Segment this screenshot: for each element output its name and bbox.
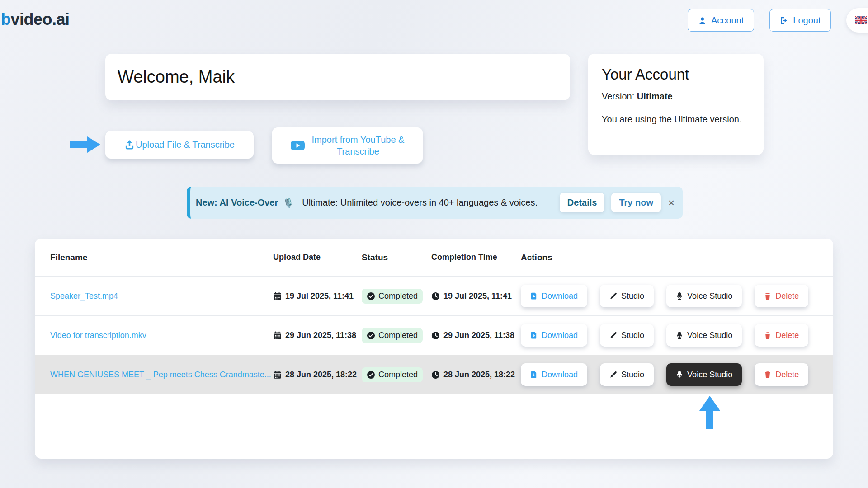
file-download-icon — [530, 371, 538, 379]
microphone-icon — [676, 292, 683, 300]
logout-button-label: Logout — [793, 15, 821, 26]
pencil-icon — [609, 332, 617, 339]
banner-close-button[interactable]: × — [668, 197, 675, 209]
status-value: Completed — [378, 331, 418, 340]
logo-accent: b — [1, 10, 11, 28]
filename-link[interactable]: WHEN GENIUSES MEET _ Pep meets Chess Gra… — [50, 370, 271, 379]
try-now-button[interactable]: Try now — [611, 193, 661, 212]
youtube-icon — [291, 140, 305, 151]
studio-button[interactable]: Studio — [600, 285, 654, 307]
upload-button-label: Upload File & Transcribe — [136, 140, 235, 150]
table-row: Speaker_Test.mp4 19 Jul 2025, 11:41 Comp… — [35, 277, 833, 316]
upload-date-value: 29 Jun 2025, 11:38 — [285, 331, 356, 340]
pencil-icon — [609, 292, 617, 300]
download-button[interactable]: Download — [521, 285, 587, 307]
upload-transcribe-button[interactable]: Upload File & Transcribe — [105, 131, 254, 159]
table-body: Speaker_Test.mp4 19 Jul 2025, 11:41 Comp… — [35, 277, 833, 394]
clock-icon — [431, 331, 440, 340]
status-badge: Completed — [362, 367, 423, 382]
trash-icon — [764, 292, 771, 300]
welcome-title: Welcome, Maik — [118, 67, 235, 87]
trash-icon — [764, 332, 771, 339]
check-circle-icon — [367, 292, 375, 300]
microphone-icon — [676, 331, 683, 339]
file-download-icon — [530, 331, 538, 339]
status-badge: Completed — [362, 289, 423, 304]
table-row: WHEN GENIUSES MEET _ Pep meets Chess Gra… — [35, 355, 833, 394]
version-label: Version: — [602, 91, 634, 101]
pencil-icon — [609, 371, 617, 379]
microphone-icon — [676, 371, 683, 379]
status-value: Completed — [378, 370, 418, 380]
account-card-title: Your Account — [602, 66, 750, 83]
file-download-icon — [530, 292, 538, 300]
microphone-emoji-icon: 🎙️ — [283, 197, 294, 208]
banner-highlight: New: AI Voice-Over — [196, 197, 278, 208]
filename-link[interactable]: Speaker_Test.mp4 — [50, 291, 118, 300]
delete-button[interactable]: Delete — [755, 324, 808, 347]
check-circle-icon — [367, 371, 375, 379]
welcome-card: Welcome, Maik — [105, 54, 570, 100]
version-value: Ultimate — [637, 91, 673, 101]
status-value: Completed — [378, 291, 418, 301]
table-row: Video for transcription.mkv 29 Jun 2025,… — [35, 316, 833, 355]
studio-button[interactable]: Studio — [600, 324, 654, 347]
delete-button[interactable]: Delete — [755, 285, 808, 307]
voice-studio-button[interactable]: Voice Studio — [666, 285, 742, 307]
account-card: Your Account Version: Ultimate You are u… — [588, 54, 764, 155]
header-status: Status — [362, 253, 431, 263]
trash-icon — [764, 371, 771, 379]
header-upload-date: Upload Date — [273, 253, 362, 262]
upload-date-value: 28 Jun 2025, 18:22 — [285, 370, 357, 380]
person-icon — [698, 16, 707, 25]
account-version: Version: Ultimate — [602, 91, 750, 102]
voice-studio-button[interactable]: Voice Studio — [666, 363, 742, 386]
youtube-import-button[interactable]: Import from YouTube & Transcribe — [272, 127, 423, 164]
completion-time-value: 29 Jun 2025, 11:38 — [443, 331, 514, 340]
completion-time-value: 28 Jun 2025, 18:22 — [443, 370, 515, 380]
clock-icon — [431, 371, 440, 379]
delete-button[interactable]: Delete — [755, 363, 808, 386]
account-button-label: Account — [711, 15, 744, 26]
download-button[interactable]: Download — [521, 363, 587, 386]
details-button[interactable]: Details — [560, 193, 605, 212]
header-actions: Account Logout EN — [688, 8, 868, 33]
completion-time-value: 19 Jul 2025, 11:41 — [443, 291, 512, 301]
logout-button[interactable]: Logout — [769, 9, 831, 32]
app-logo: bvideo.ai — [1, 10, 70, 29]
status-badge: Completed — [362, 328, 423, 343]
voice-studio-pointer-arrow-icon — [699, 396, 720, 429]
filename-link[interactable]: Video for transcription.mkv — [50, 331, 146, 340]
uk-flag-icon — [855, 16, 867, 24]
header-completion-time: Completion Time — [431, 253, 521, 262]
logout-icon — [780, 16, 788, 25]
calendar-icon — [273, 292, 282, 300]
banner-message: Ultimate: Unlimited voice-overs in 40+ l… — [302, 197, 538, 208]
upload-pointer-arrow-icon — [70, 136, 100, 153]
upload-date-value: 19 Jul 2025, 11:41 — [285, 291, 354, 301]
voiceover-banner: New: AI Voice-Over 🎙️ Ultimate: Unlimite… — [187, 187, 683, 219]
clock-icon — [431, 292, 440, 300]
header-actions: Actions — [521, 253, 829, 263]
logo-text: video.ai — [11, 10, 70, 28]
download-button[interactable]: Download — [521, 324, 587, 347]
upload-icon — [124, 140, 135, 150]
youtube-button-label: Import from YouTube & Transcribe — [312, 134, 405, 157]
table-header-row: Filename Upload Date Status Completion T… — [35, 239, 833, 277]
voice-studio-button[interactable]: Voice Studio — [666, 324, 742, 347]
calendar-icon — [273, 371, 282, 379]
account-description: You are using the Ultimate version. — [602, 114, 750, 125]
studio-button[interactable]: Studio — [600, 363, 654, 386]
calendar-icon — [273, 331, 282, 340]
account-button[interactable]: Account — [688, 9, 754, 32]
header-filename: Filename — [50, 253, 273, 263]
language-selector[interactable]: EN — [846, 8, 868, 33]
check-circle-icon — [367, 331, 375, 340]
